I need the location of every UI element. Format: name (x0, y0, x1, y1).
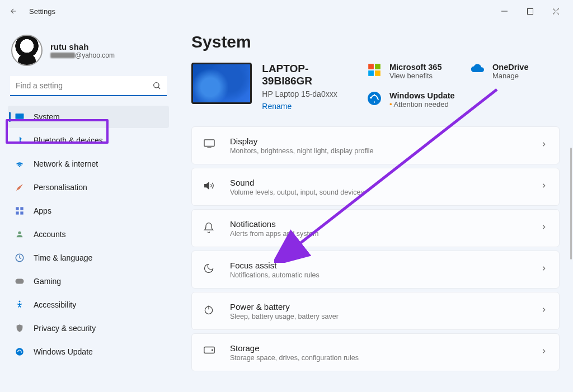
setting-power[interactable]: Power & battery Sleep, battery usage, ba… (191, 292, 560, 330)
setting-sub: Storage space, drives, configuration rul… (230, 354, 527, 362)
info-sub: Manage (492, 72, 528, 80)
ms365-card[interactable]: Microsoft 365 View benefits (367, 63, 457, 80)
cloud-icon (470, 63, 486, 78)
setting-notifications[interactable]: Notifications Alerts from apps and syste… (191, 209, 560, 247)
setting-title: Power & battery (230, 302, 527, 311)
setting-sound[interactable]: Sound Volume levels, output, input, soun… (191, 168, 560, 206)
setting-focus[interactable]: Focus assist Notifications, automatic ru… (191, 251, 560, 289)
window-title: Settings (29, 7, 55, 16)
svg-point-27 (212, 350, 213, 351)
apps-icon (15, 206, 25, 216)
nav-label: Windows Update (34, 347, 93, 356)
device-thumbnail (191, 63, 252, 104)
nav-label: Gaming (34, 277, 61, 286)
nav-label: Accessibility (34, 300, 76, 309)
sidebar: rutu shah @yahoo.com System Bluetooth & … (0, 22, 173, 392)
sidebar-item-apps[interactable]: Apps (8, 200, 169, 222)
setting-title: Focus assist (230, 261, 527, 270)
chevron-right-icon (540, 306, 548, 316)
setting-sub: Notifications, automatic rules (230, 271, 527, 279)
minimize-button[interactable] (491, 2, 517, 20)
search-container (10, 76, 167, 96)
setting-display[interactable]: Display Monitors, brightness, night ligh… (191, 126, 560, 164)
setting-title: Notifications (230, 219, 527, 229)
nav-label: Privacy & security (34, 324, 96, 333)
info-title: Microsoft 365 (389, 63, 442, 72)
settings-list: Display Monitors, brightness, night ligh… (191, 126, 560, 371)
back-button[interactable] (4, 2, 22, 20)
person-icon (15, 229, 25, 239)
info-sub: Attention needed (389, 100, 455, 108)
chevron-right-icon (540, 223, 548, 233)
display-icon (203, 139, 217, 152)
svg-rect-9 (20, 207, 23, 210)
profile-email: @yahoo.com (50, 51, 115, 59)
sidebar-item-system[interactable]: System (8, 106, 169, 128)
setting-title: Sound (230, 178, 527, 187)
svg-point-4 (154, 83, 159, 88)
bell-icon (203, 221, 217, 235)
sidebar-item-network[interactable]: Network & internet (8, 153, 169, 175)
chevron-right-icon (540, 347, 548, 357)
onedrive-card[interactable]: OneDrive Manage (470, 63, 560, 80)
svg-point-16 (16, 348, 24, 356)
brush-icon (15, 182, 25, 192)
shield-icon (15, 323, 25, 333)
accessibility-icon (15, 300, 25, 310)
svg-rect-8 (16, 207, 18, 210)
setting-sub: Volume levels, output, input, sound devi… (230, 188, 527, 196)
sidebar-item-personalisation[interactable]: Personalisation (8, 176, 169, 199)
nav-label: Bluetooth & devices (34, 136, 103, 145)
sidebar-item-privacy[interactable]: Privacy & security (8, 317, 169, 339)
svg-rect-19 (368, 70, 374, 76)
sidebar-item-time[interactable]: Time & language (8, 247, 169, 269)
sidebar-item-accounts[interactable]: Accounts (8, 223, 169, 245)
sidebar-item-bluetooth[interactable]: Bluetooth & devices (8, 129, 169, 152)
sidebar-item-update[interactable]: Windows Update (8, 341, 169, 363)
setting-title: Display (230, 136, 527, 146)
setting-sub: Alerts from apps and system (230, 230, 527, 238)
window-controls (491, 2, 569, 20)
storage-icon (203, 346, 217, 359)
svg-point-15 (19, 301, 21, 303)
svg-rect-14 (16, 279, 24, 284)
rename-link[interactable]: Rename (262, 102, 354, 111)
sidebar-item-gaming[interactable]: Gaming (8, 270, 169, 292)
profile-name: rutu shah (50, 42, 115, 51)
clock-globe-icon (15, 253, 25, 263)
setting-sub: Sleep, battery usage, battery saver (230, 313, 527, 320)
setting-title: Storage (230, 343, 527, 353)
main-content: System LAPTOP-39BI86GR HP Laptop 15-da0x… (173, 22, 573, 392)
profile-card[interactable]: rutu shah @yahoo.com (8, 31, 169, 76)
bluetooth-icon (15, 135, 25, 145)
header-cards: LAPTOP-39BI86GR HP Laptop 15-da0xxx Rena… (191, 63, 560, 111)
svg-rect-20 (375, 70, 381, 76)
svg-point-21 (368, 92, 381, 105)
update-icon (15, 347, 25, 357)
avatar (11, 35, 43, 66)
svg-rect-6 (16, 114, 24, 119)
nav-label: Time & language (34, 253, 92, 262)
svg-line-5 (158, 87, 160, 89)
svg-point-12 (18, 232, 21, 234)
nav-label: Apps (34, 206, 51, 215)
nav-label: System (34, 112, 60, 121)
setting-storage[interactable]: Storage Storage space, drives, configura… (191, 333, 560, 371)
device-model: HP Laptop 15-da0xxx (262, 89, 354, 98)
search-input[interactable] (10, 76, 167, 96)
nav-label: Personalisation (34, 183, 87, 192)
chevron-right-icon (540, 140, 548, 150)
chevron-right-icon (540, 265, 548, 275)
search-icon (152, 81, 161, 92)
update-icon (367, 91, 383, 107)
close-button[interactable] (543, 2, 569, 20)
ms365-icon (367, 63, 383, 78)
power-icon (203, 304, 217, 318)
maximize-button[interactable] (517, 2, 543, 20)
sidebar-item-accessibility[interactable]: Accessibility (8, 294, 169, 316)
windows-update-card[interactable]: Windows Update Attention needed (367, 91, 457, 108)
scrollbar[interactable] (570, 148, 572, 259)
device-card[interactable]: LAPTOP-39BI86GR HP Laptop 15-da0xxx Rena… (191, 63, 354, 111)
info-sub: View benefits (389, 72, 442, 80)
monitor-icon (15, 112, 25, 122)
